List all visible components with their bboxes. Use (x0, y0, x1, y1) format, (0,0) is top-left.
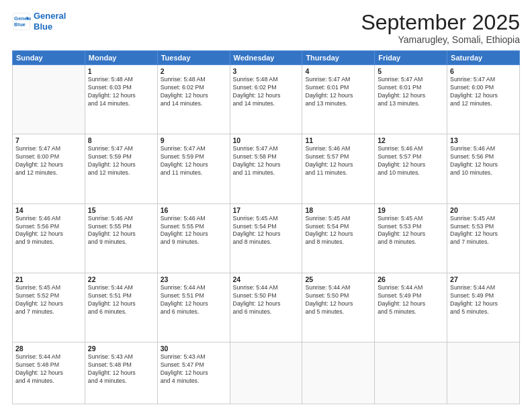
col-saturday: Saturday (447, 51, 520, 65)
calendar-header-row: Sunday Monday Tuesday Wednesday Thursday… (13, 51, 520, 65)
table-row: 27Sunrise: 5:44 AMSunset: 5:49 PMDayligh… (447, 273, 520, 342)
day-number: 25 (305, 275, 371, 283)
table-row (302, 342, 375, 404)
table-row: 11Sunrise: 5:46 AMSunset: 5:57 PMDayligh… (302, 134, 375, 203)
table-row: 5Sunrise: 5:47 AMSunset: 6:01 PMDaylight… (375, 65, 447, 134)
col-friday: Friday (375, 51, 447, 65)
day-info: Sunrise: 5:45 AMSunset: 5:53 PMDaylight:… (450, 215, 517, 247)
logo-icon: General Blue (12, 12, 31, 31)
table-row: 14Sunrise: 5:46 AMSunset: 5:56 PMDayligh… (13, 203, 85, 273)
day-info: Sunrise: 5:46 AMSunset: 5:55 PMDaylight:… (161, 215, 227, 247)
day-info: Sunrise: 5:47 AMSunset: 6:01 PMDaylight:… (378, 76, 444, 108)
table-row: 2Sunrise: 5:48 AMSunset: 6:02 PMDaylight… (157, 65, 230, 134)
day-number: 2 (161, 67, 227, 75)
day-number: 8 (88, 136, 154, 144)
day-number: 16 (161, 206, 227, 214)
table-row: 26Sunrise: 5:44 AMSunset: 5:49 PMDayligh… (375, 273, 447, 342)
day-number: 11 (305, 136, 371, 144)
day-info: Sunrise: 5:48 AMSunset: 6:02 PMDaylight:… (161, 76, 227, 108)
day-number: 15 (88, 206, 154, 214)
day-number: 29 (88, 345, 154, 353)
day-info: Sunrise: 5:46 AMSunset: 5:57 PMDaylight:… (305, 145, 371, 177)
logo: General Blue General Blue (12, 11, 66, 32)
table-row: 21Sunrise: 5:45 AMSunset: 5:52 PMDayligh… (13, 273, 85, 342)
day-number: 10 (233, 136, 300, 144)
day-number: 5 (378, 67, 444, 75)
table-row: 8Sunrise: 5:47 AMSunset: 5:59 PMDaylight… (85, 134, 157, 203)
day-info: Sunrise: 5:44 AMSunset: 5:49 PMDaylight:… (450, 284, 517, 316)
day-number: 14 (15, 206, 82, 214)
day-info: Sunrise: 5:47 AMSunset: 5:58 PMDaylight:… (233, 145, 300, 177)
table-row: 10Sunrise: 5:47 AMSunset: 5:58 PMDayligh… (230, 134, 302, 203)
day-info: Sunrise: 5:47 AMSunset: 6:00 PMDaylight:… (15, 145, 82, 177)
day-number: 20 (450, 206, 517, 214)
day-info: Sunrise: 5:47 AMSunset: 6:01 PMDaylight:… (305, 76, 371, 108)
day-number: 1 (88, 67, 154, 75)
col-monday: Monday (85, 51, 157, 65)
day-number: 24 (233, 275, 300, 283)
day-info: Sunrise: 5:43 AMSunset: 5:47 PMDaylight:… (161, 353, 227, 385)
day-number: 12 (378, 136, 444, 144)
table-row: 30Sunrise: 5:43 AMSunset: 5:47 PMDayligh… (157, 342, 230, 404)
day-info: Sunrise: 5:44 AMSunset: 5:50 PMDaylight:… (305, 284, 371, 316)
table-row: 12Sunrise: 5:46 AMSunset: 5:57 PMDayligh… (375, 134, 447, 203)
table-row (230, 342, 302, 404)
day-info: Sunrise: 5:45 AMSunset: 5:54 PMDaylight:… (233, 215, 300, 247)
table-row: 7Sunrise: 5:47 AMSunset: 6:00 PMDaylight… (13, 134, 85, 203)
header: General Blue General Blue September 2025… (12, 11, 520, 45)
col-thursday: Thursday (302, 51, 375, 65)
table-row: 25Sunrise: 5:44 AMSunset: 5:50 PMDayligh… (302, 273, 375, 342)
day-info: Sunrise: 5:47 AMSunset: 5:59 PMDaylight:… (88, 145, 154, 177)
day-info: Sunrise: 5:47 AMSunset: 6:00 PMDaylight:… (450, 76, 517, 108)
table-row: 6Sunrise: 5:47 AMSunset: 6:00 PMDaylight… (447, 65, 520, 134)
logo-text2: Blue (34, 21, 66, 32)
table-row: 23Sunrise: 5:44 AMSunset: 5:51 PMDayligh… (157, 273, 230, 342)
location-subtitle: Yamarugley, Somali, Ethiopia (361, 34, 520, 45)
day-info: Sunrise: 5:46 AMSunset: 5:55 PMDaylight:… (88, 215, 154, 247)
day-number: 28 (15, 345, 82, 353)
table-row: 28Sunrise: 5:44 AMSunset: 5:48 PMDayligh… (13, 342, 85, 404)
table-row (13, 65, 85, 134)
day-number: 22 (88, 275, 154, 283)
logo-text: General (34, 11, 66, 21)
table-row (375, 342, 447, 404)
day-number: 3 (233, 67, 300, 75)
day-info: Sunrise: 5:48 AMSunset: 6:03 PMDaylight:… (88, 76, 154, 108)
table-row: 15Sunrise: 5:46 AMSunset: 5:55 PMDayligh… (85, 203, 157, 273)
day-info: Sunrise: 5:44 AMSunset: 5:51 PMDaylight:… (161, 284, 227, 316)
table-row: 16Sunrise: 5:46 AMSunset: 5:55 PMDayligh… (157, 203, 230, 273)
table-row: 3Sunrise: 5:48 AMSunset: 6:02 PMDaylight… (230, 65, 302, 134)
day-info: Sunrise: 5:44 AMSunset: 5:48 PMDaylight:… (15, 353, 82, 385)
day-number: 19 (378, 206, 444, 214)
day-number: 26 (378, 275, 444, 283)
table-row: 19Sunrise: 5:45 AMSunset: 5:53 PMDayligh… (375, 203, 447, 273)
col-tuesday: Tuesday (157, 51, 230, 65)
day-number: 23 (161, 275, 227, 283)
day-number: 27 (450, 275, 517, 283)
day-info: Sunrise: 5:46 AMSunset: 5:57 PMDaylight:… (378, 145, 444, 177)
table-row: 29Sunrise: 5:43 AMSunset: 5:48 PMDayligh… (85, 342, 157, 404)
calendar-table: Sunday Monday Tuesday Wednesday Thursday… (12, 50, 520, 404)
day-info: Sunrise: 5:44 AMSunset: 5:49 PMDaylight:… (378, 284, 444, 316)
day-number: 17 (233, 206, 300, 214)
table-row: 1Sunrise: 5:48 AMSunset: 6:03 PMDaylight… (85, 65, 157, 134)
day-number: 30 (161, 345, 227, 353)
day-number: 7 (15, 136, 82, 144)
day-info: Sunrise: 5:43 AMSunset: 5:48 PMDaylight:… (88, 353, 154, 385)
month-title: September 2025 (361, 11, 520, 34)
page: General Blue General Blue September 2025… (0, 0, 532, 411)
day-info: Sunrise: 5:46 AMSunset: 5:56 PMDaylight:… (450, 145, 517, 177)
day-number: 4 (305, 67, 371, 75)
title-block: September 2025 Yamarugley, Somali, Ethio… (361, 11, 520, 45)
day-number: 6 (450, 67, 517, 75)
col-sunday: Sunday (13, 51, 85, 65)
table-row: 24Sunrise: 5:44 AMSunset: 5:50 PMDayligh… (230, 273, 302, 342)
table-row: 18Sunrise: 5:45 AMSunset: 5:54 PMDayligh… (302, 203, 375, 273)
day-info: Sunrise: 5:46 AMSunset: 5:56 PMDaylight:… (15, 215, 82, 247)
day-number: 18 (305, 206, 371, 214)
col-wednesday: Wednesday (230, 51, 302, 65)
day-info: Sunrise: 5:48 AMSunset: 6:02 PMDaylight:… (233, 76, 300, 108)
table-row: 20Sunrise: 5:45 AMSunset: 5:53 PMDayligh… (447, 203, 520, 273)
table-row: 9Sunrise: 5:47 AMSunset: 5:59 PMDaylight… (157, 134, 230, 203)
day-number: 21 (15, 275, 82, 283)
